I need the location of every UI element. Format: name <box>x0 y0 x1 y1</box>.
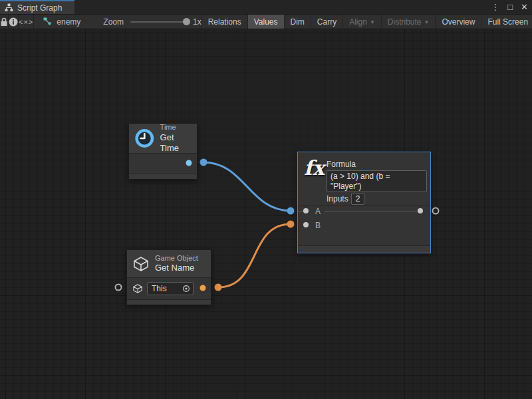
node-title: Get Time <box>160 132 192 154</box>
lock-button[interactable] <box>0 15 9 29</box>
input-port-b[interactable] <box>303 222 309 227</box>
distribute-dropdown[interactable]: Distribute ▼ <box>382 15 436 29</box>
output-port-name[interactable] <box>200 285 206 291</box>
connection-wires <box>0 29 532 399</box>
port-a-label: A <box>315 207 321 216</box>
formula-expression-input[interactable]: (a > 10) and (b = "Player") <box>327 170 427 192</box>
title-bar: Script Graph ⋮ □ ✕ <box>0 0 532 15</box>
wire-start-dot <box>200 159 207 166</box>
values-button[interactable]: Values <box>248 15 285 29</box>
output-port-value[interactable] <box>186 160 192 166</box>
graph-reference[interactable]: enemy <box>43 15 80 29</box>
target-object-field[interactable]: This <box>147 282 194 295</box>
inputs-count-field[interactable]: 2 <box>351 193 364 205</box>
node-category: Game Object <box>155 254 198 263</box>
relation-line <box>325 211 420 211</box>
target-object-value: This <box>152 284 167 293</box>
full-screen-button[interactable]: Full Screen <box>481 15 532 29</box>
node-footer <box>127 299 211 305</box>
tab-label: Script Graph <box>17 3 62 13</box>
unconnected-input-ring[interactable] <box>115 284 122 291</box>
output-port-result[interactable] <box>418 208 423 213</box>
info-icon <box>9 17 18 27</box>
info-button[interactable] <box>9 15 19 29</box>
game-object-cube-icon <box>132 255 150 273</box>
node-footer <box>298 245 430 253</box>
wire-get-name-to-formula-b[interactable] <box>218 224 291 287</box>
wire-end-dot <box>287 207 295 215</box>
carry-button[interactable]: Carry <box>311 15 343 29</box>
node-formula[interactable]: fx Formula (a > 10) and (b = "Player") I… <box>297 152 431 253</box>
close-button[interactable]: ✕ <box>521 3 528 11</box>
clock-icon <box>134 127 155 150</box>
lock-icon <box>0 17 8 27</box>
graph-name: enemy <box>57 17 80 27</box>
node-get-time[interactable]: Time Get Time <box>128 123 198 180</box>
port-b-label: B <box>315 221 321 230</box>
inputs-label: Inputs <box>327 194 348 203</box>
node-category: Time <box>160 123 192 132</box>
zoom-value: 1x <box>193 17 201 27</box>
object-picker-icon[interactable] <box>182 285 190 293</box>
wire-start-dot <box>215 284 222 291</box>
embed-code-button[interactable]: <×> <box>19 15 34 29</box>
unconnected-output-ring[interactable] <box>432 207 440 215</box>
zoom-control: Zoom 1x <box>103 15 201 29</box>
graph-toolbar: <×> enemy Zoom 1x Relations Values Dim C… <box>0 15 532 29</box>
maximize-button[interactable]: □ <box>507 3 513 11</box>
zoom-label: Zoom <box>103 17 124 27</box>
graph-canvas[interactable]: Time Get Time fx Formula (a > 10) and (b… <box>0 29 532 399</box>
window-menu-button[interactable]: ⋮ <box>491 3 499 11</box>
zoom-slider-handle[interactable] <box>183 18 190 25</box>
node-title: Get Name <box>155 263 198 273</box>
node-title: Formula <box>327 160 356 169</box>
relations-button[interactable]: Relations <box>202 15 248 29</box>
script-graph-asset-icon <box>43 17 53 26</box>
chevron-down-icon: ▼ <box>424 19 430 25</box>
overview-button[interactable]: Overview <box>436 15 481 29</box>
zoom-slider[interactable] <box>130 21 189 23</box>
align-dropdown[interactable]: Align ▼ <box>343 15 382 29</box>
tab-script-graph[interactable]: Script Graph <box>0 0 74 14</box>
node-footer <box>129 173 197 179</box>
dim-button[interactable]: Dim <box>285 15 311 29</box>
wire-end-dot <box>287 221 295 228</box>
graph-hierarchy-icon <box>5 3 13 12</box>
formula-fx-icon: fx <box>304 156 325 180</box>
chevron-down-icon: ▼ <box>370 19 375 25</box>
wire-get-time-to-formula-a[interactable] <box>203 162 291 211</box>
input-port-a[interactable] <box>303 208 309 213</box>
node-get-name[interactable]: Game Object Get Name This <box>126 249 211 305</box>
cube-icon-small <box>132 283 143 294</box>
